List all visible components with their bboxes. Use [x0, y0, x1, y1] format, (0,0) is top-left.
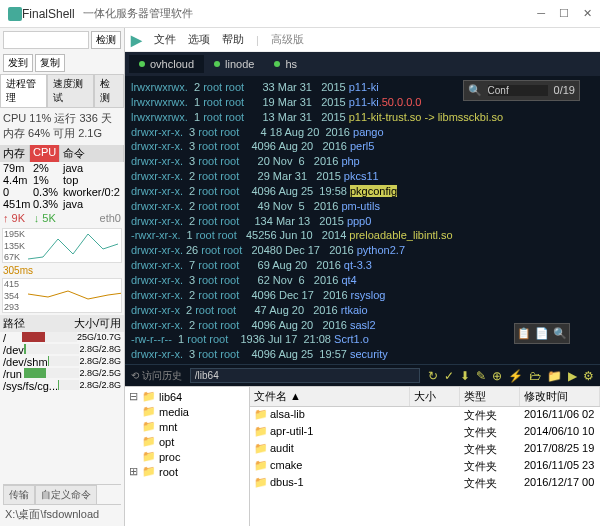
term-tab-ovhcloud[interactable]: ovhcloud	[129, 55, 204, 73]
menu-advanced[interactable]: 高级版	[271, 32, 304, 47]
tab-process[interactable]: 进程管理	[0, 74, 47, 107]
back-icon[interactable]: ▶	[131, 32, 142, 48]
maximize-icon[interactable]: ☐	[559, 7, 569, 20]
disk-row[interactable]: /run2.8G/2.5G	[0, 368, 124, 380]
col-cpu[interactable]: CPU	[30, 145, 60, 162]
ls-line: -rwxr-xr-x. 1 root root 45256 Jun 10 201…	[131, 228, 594, 243]
menu-file[interactable]: 文件	[154, 32, 176, 47]
close-icon[interactable]: ✕	[583, 7, 592, 20]
net-iface: eth0	[100, 212, 121, 224]
proc-row[interactable]: 4.4m1%top	[0, 174, 124, 186]
ls-line: drwxr-xr-x. 3 root root 4 18 Aug 20 2016…	[131, 125, 594, 140]
menu-help[interactable]: 帮助	[222, 32, 244, 47]
net-up: ↑ 9K	[3, 212, 25, 224]
ls-line: drwxr-xr-x. 3 root root 20 Nov 6 2016 ph…	[131, 154, 594, 169]
search-input[interactable]	[3, 31, 89, 49]
tool-icon-6[interactable]: 🗁	[529, 369, 541, 383]
tree-item[interactable]: ⊟📁lib64	[127, 389, 247, 404]
tab-detect[interactable]: 检测	[94, 74, 124, 107]
tool-icon-4[interactable]: ⊕	[492, 369, 502, 383]
tool-icon-7[interactable]: 📁	[547, 369, 562, 383]
tool-icon-5[interactable]: ⚡	[508, 369, 523, 383]
fh-name[interactable]: 文件名 ▲	[250, 387, 410, 406]
tree-item[interactable]: 📁media	[127, 404, 247, 419]
send-button[interactable]: 发到	[3, 54, 33, 72]
file-row[interactable]: 📁dbus-1文件夹2016/12/17 00	[250, 475, 600, 492]
tree-item[interactable]: ⊞📁root	[127, 464, 247, 479]
col-cmd[interactable]: 命令	[60, 145, 124, 162]
terminal-search[interactable]: 🔍 0/19	[463, 80, 580, 101]
copy-icon[interactable]: 📋	[517, 326, 531, 341]
tool-icon-0[interactable]: ↻	[428, 369, 438, 383]
lat-chart: 415 354 293	[2, 278, 122, 313]
col-mem[interactable]: 内存	[0, 145, 30, 162]
ls-line: drwxr-xr-x. 3 root root 4096 Aug 25 19:5…	[131, 347, 594, 362]
zoom-icon[interactable]: 🔍	[553, 326, 567, 341]
menu-options[interactable]: 选项	[188, 32, 210, 47]
cpu-status: CPU 11% 运行 336 天	[3, 111, 121, 126]
col-size[interactable]: 大小/可用	[74, 316, 121, 331]
detect-button[interactable]: 检测	[91, 31, 121, 49]
ls-line: drwxr-xr-x. 2 root root 29 Mar 31 2015 p…	[131, 169, 594, 184]
ls-line: drwxr-xr-x. 2 root root 49 Nov 5 2016 pm…	[131, 199, 594, 214]
ls-line: drwxr-xr-x. 7 root root 69 Aug 20 2016 q…	[131, 258, 594, 273]
net-down: ↓ 5K	[34, 212, 56, 224]
tool-icon-1[interactable]: ✓	[444, 369, 454, 383]
tree-item[interactable]: 📁opt	[127, 434, 247, 449]
svg-rect-0	[8, 7, 22, 21]
clipboard-tools: 📋 📄 🔍	[514, 323, 570, 344]
file-row[interactable]: 📁audit文件夹2017/08/25 19	[250, 441, 600, 458]
minimize-icon[interactable]: ─	[537, 7, 545, 20]
local-path: X:\桌面\fsdownload	[3, 505, 121, 524]
disk-row[interactable]: /dev2.8G/2.8G	[0, 344, 124, 356]
term-tab-hs[interactable]: hs	[264, 55, 307, 73]
app-subtitle: 一体化服务器管理软件	[83, 6, 193, 21]
fh-size[interactable]: 大小	[410, 387, 460, 406]
proc-row[interactable]: 00.3%kworker/0:2	[0, 186, 124, 198]
search-icon: 🔍	[468, 83, 482, 98]
proc-row[interactable]: 451m0.3%java	[0, 198, 124, 210]
tree-item[interactable]: 📁proc	[127, 449, 247, 464]
copy-button[interactable]: 复制	[35, 54, 65, 72]
ls-line: drwxr-xr-x. 2 root root 4096 Dec 17 2016…	[131, 288, 594, 303]
proc-row[interactable]: 79m2%java	[0, 162, 124, 174]
app-icon	[8, 7, 22, 21]
ls-line: drwxr-xr-x. 3 root root 62 Nov 6 2016 qt…	[131, 273, 594, 288]
file-row[interactable]: 📁cmake文件夹2016/11/05 23	[250, 458, 600, 475]
tree-item[interactable]: 📁mnt	[127, 419, 247, 434]
net-chart: 195K 135K 67K	[2, 228, 122, 263]
tab-transfer[interactable]: 传输	[3, 485, 35, 504]
tool-icon-9[interactable]: ⚙	[583, 369, 594, 383]
tool-icon-3[interactable]: ✎	[476, 369, 486, 383]
search-field[interactable]	[488, 85, 548, 96]
tab-custom[interactable]: 自定义命令	[35, 485, 97, 504]
fh-type[interactable]: 类型	[460, 387, 520, 406]
disk-row[interactable]: /25G/10.7G	[0, 332, 124, 344]
tool-icon-8[interactable]: ▶	[568, 369, 577, 383]
mem-status: 内存 64% 可用 2.1G	[3, 126, 121, 141]
ls-line: drwxr-xr-x 2 root root 47 Aug 20 2016 rt…	[131, 303, 594, 318]
tab-speed[interactable]: 速度测试	[47, 74, 94, 107]
path-input[interactable]	[190, 368, 420, 383]
disk-row[interactable]: /sys/fs/cg...2.8G/2.8G	[0, 380, 124, 392]
ls-line: drwxr-xr-x. 2 root root 134 Mar 13 2015 …	[131, 214, 594, 229]
file-row[interactable]: 📁apr-util-1文件夹2014/06/10 10	[250, 424, 600, 441]
fh-mtime[interactable]: 修改时间	[520, 387, 600, 406]
history-button[interactable]: ⟲ 访问历史	[131, 369, 182, 383]
ls-line: drwxr-xr-x. 2 root root 4096 Aug 25 19:5…	[131, 184, 594, 199]
disk-row[interactable]: /dev/shm2.8G/2.8G	[0, 356, 124, 368]
tool-icon-2[interactable]: ⬇	[460, 369, 470, 383]
col-path[interactable]: 路径	[3, 316, 74, 331]
paste-icon[interactable]: 📄	[535, 326, 549, 341]
file-row[interactable]: 📁alsa-lib文件夹2016/11/06 02	[250, 407, 600, 424]
search-count: 0/19	[554, 83, 575, 98]
ls-line: drwxr-xr-x. 3 root root 4096 Aug 20 2016…	[131, 139, 594, 154]
ls-line: drwxr-xr-x. 26 root root 20480 Dec 17 20…	[131, 243, 594, 258]
latency: 305ms	[0, 265, 124, 276]
ls-line: drwxr-xr-x. 3 root root 21 Mar 31 2015 s…	[131, 362, 594, 364]
term-tab-linode[interactable]: linode	[204, 55, 264, 73]
app-title: FinalShell	[22, 7, 75, 21]
ls-line: lrwxrwxrwx. 1 root root 13 Mar 31 2015 p…	[131, 110, 594, 125]
